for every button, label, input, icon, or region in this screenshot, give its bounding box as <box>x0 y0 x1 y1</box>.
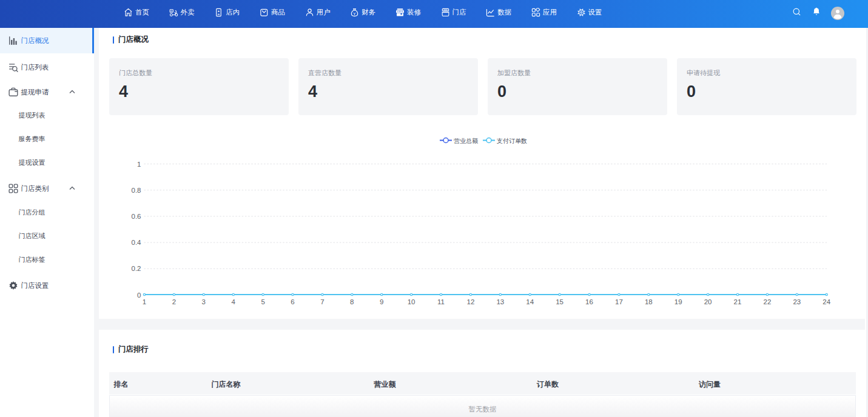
svg-text:12: 12 <box>467 298 475 305</box>
svg-text:15: 15 <box>556 298 564 305</box>
svg-text:6: 6 <box>291 298 294 305</box>
svg-text:19: 19 <box>675 298 682 305</box>
svg-text:21: 21 <box>734 298 742 305</box>
svg-text:7: 7 <box>320 298 324 305</box>
svg-text:0.4: 0.4 <box>132 239 142 246</box>
svg-text:18: 18 <box>645 298 653 305</box>
svg-text:16: 16 <box>585 298 593 305</box>
svg-text:23: 23 <box>793 298 801 305</box>
svg-text:5: 5 <box>261 298 264 305</box>
svg-text:0: 0 <box>137 292 141 299</box>
svg-text:0.2: 0.2 <box>132 265 141 272</box>
svg-text:9: 9 <box>380 298 383 305</box>
svg-text:8: 8 <box>350 298 354 305</box>
svg-text:24: 24 <box>823 298 830 305</box>
svg-text:营业总额: 营业总额 <box>454 138 478 144</box>
svg-text:0.8: 0.8 <box>132 187 141 194</box>
svg-text:20: 20 <box>704 298 712 305</box>
svg-text:14: 14 <box>526 298 534 305</box>
svg-text:10: 10 <box>408 298 415 305</box>
svg-text:22: 22 <box>764 298 772 305</box>
svg-text:支付订单数: 支付订单数 <box>497 138 527 144</box>
svg-text:13: 13 <box>496 298 504 305</box>
svg-text:1: 1 <box>143 298 146 305</box>
svg-text:17: 17 <box>615 298 623 305</box>
svg-text:2: 2 <box>172 298 176 305</box>
svg-text:4: 4 <box>231 298 235 305</box>
svg-text:1: 1 <box>137 161 141 168</box>
svg-text:3: 3 <box>202 298 206 305</box>
svg-text:11: 11 <box>437 298 445 305</box>
svg-text:0.6: 0.6 <box>132 213 141 220</box>
